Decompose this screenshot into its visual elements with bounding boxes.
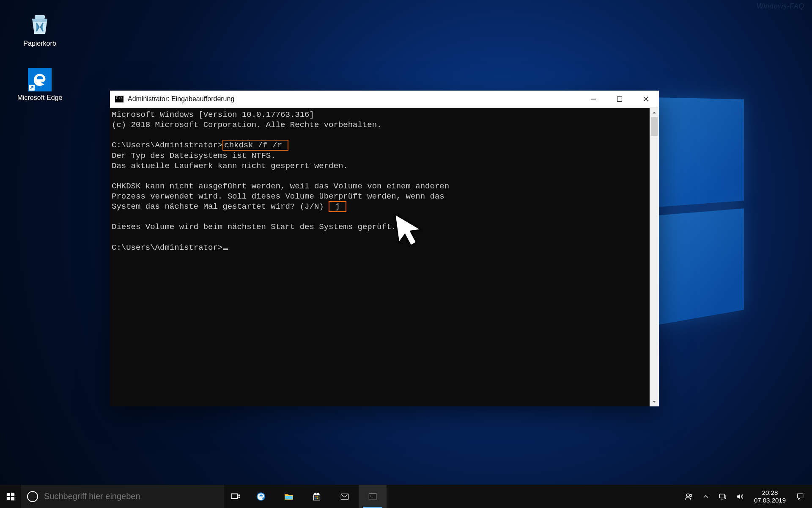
edge-label: Microsoft Edge <box>14 94 65 102</box>
line-msg1: CHKDSK kann nicht ausgeführt werden, wei… <box>112 182 449 191</box>
cortana-icon[interactable] <box>27 491 38 502</box>
command-highlight: chkdsk /f /r <box>222 140 288 151</box>
taskbar[interactable]: >_ 20:28 07.03.2019 <box>0 485 812 508</box>
line-version: Microsoft Windows [Version 10.0.17763.31… <box>112 110 314 119</box>
line-confirm: Dieses Volume wird beim nächsten Start d… <box>112 222 396 232</box>
svg-rect-9 <box>239 497 240 498</box>
action-center-icon[interactable] <box>792 492 809 501</box>
svg-rect-1 <box>591 99 596 99</box>
search-box[interactable] <box>21 485 224 508</box>
start-button[interactable] <box>0 485 21 508</box>
taskbar-clock[interactable]: 20:28 07.03.2019 <box>748 489 792 504</box>
svg-rect-11 <box>285 496 292 499</box>
taskbar-edge-icon[interactable] <box>247 485 275 508</box>
edge-shortcut-icon[interactable]: Microsoft Edge <box>14 68 65 102</box>
prompt-1: C:\Users\Administrator> <box>112 141 222 150</box>
svg-rect-2 <box>617 97 622 102</box>
tray-overflow-icon[interactable] <box>697 492 714 501</box>
line-msg2: Prozess verwendet wird. Soll dieses Volu… <box>112 192 444 201</box>
task-view-button[interactable] <box>224 485 247 508</box>
svg-point-21 <box>690 494 692 497</box>
svg-point-20 <box>686 494 689 497</box>
clock-date: 07.03.2019 <box>754 497 786 504</box>
titlebar[interactable]: Administrator: Eingabeaufforderung <box>110 91 659 108</box>
svg-rect-15 <box>315 497 317 499</box>
svg-rect-17 <box>341 494 348 499</box>
taskbar-mail-icon[interactable] <box>331 485 359 508</box>
svg-rect-3 <box>7 493 10 496</box>
prompt-2: C:\Users\Administrator> <box>112 243 222 252</box>
scroll-down-button[interactable] <box>650 397 659 406</box>
svg-rect-0 <box>35 15 45 19</box>
maximize-button[interactable] <box>606 91 633 108</box>
search-input[interactable] <box>44 491 218 501</box>
network-icon[interactable] <box>714 492 731 501</box>
line-copyright: (c) 2018 Microsoft Corporation. Alle Rec… <box>112 120 382 130</box>
svg-rect-14 <box>317 496 318 497</box>
taskbar-cmd-icon[interactable]: >_ <box>359 485 387 508</box>
svg-rect-6 <box>11 497 14 500</box>
svg-rect-5 <box>7 497 10 500</box>
taskbar-store-icon[interactable] <box>303 485 331 508</box>
line-msg3: System das nächste Mal gestartet wird? (… <box>112 202 329 211</box>
svg-rect-13 <box>315 496 317 497</box>
scroll-up-button[interactable] <box>650 108 659 117</box>
svg-text:>_: >_ <box>370 494 373 497</box>
svg-rect-4 <box>11 492 14 496</box>
watermark-text: Windows-FAQ <box>757 3 804 10</box>
window-title: Administrator: Eingabeaufforderung <box>128 95 580 103</box>
terminal-output[interactable]: Microsoft Windows [Version 10.0.17763.31… <box>110 108 650 406</box>
cmd-app-icon <box>115 96 123 102</box>
svg-rect-16 <box>317 497 318 499</box>
close-button[interactable] <box>633 91 659 108</box>
text-cursor <box>223 248 228 250</box>
answer-highlight: j <box>329 201 346 212</box>
cursor-annotation-icon <box>391 212 428 249</box>
shortcut-arrow-icon <box>29 85 35 91</box>
svg-rect-7 <box>231 494 238 498</box>
people-icon[interactable] <box>680 492 697 501</box>
taskbar-explorer-icon[interactable] <box>275 485 303 508</box>
scroll-track[interactable] <box>650 117 659 397</box>
svg-rect-8 <box>239 494 240 496</box>
scroll-thumb[interactable] <box>651 117 658 136</box>
recycle-bin-icon[interactable]: Papierkorb <box>14 10 65 47</box>
line-fs: Der Typ des Dateisystems ist NTFS. <box>112 151 276 160</box>
vertical-scrollbar[interactable] <box>650 108 659 406</box>
minimize-button[interactable] <box>580 91 606 108</box>
cmd-window[interactable]: Administrator: Eingabeaufforderung Micro… <box>110 91 659 406</box>
svg-rect-22 <box>719 494 724 498</box>
recycle-bin-label: Papierkorb <box>14 40 65 47</box>
desktop[interactable]: Windows-FAQ Papierkorb Microsoft Edge Ad… <box>0 0 812 508</box>
clock-time: 20:28 <box>762 489 778 497</box>
volume-icon[interactable] <box>731 492 748 501</box>
line-lock: Das aktuelle Laufwerk kann nicht gesperr… <box>112 161 348 171</box>
